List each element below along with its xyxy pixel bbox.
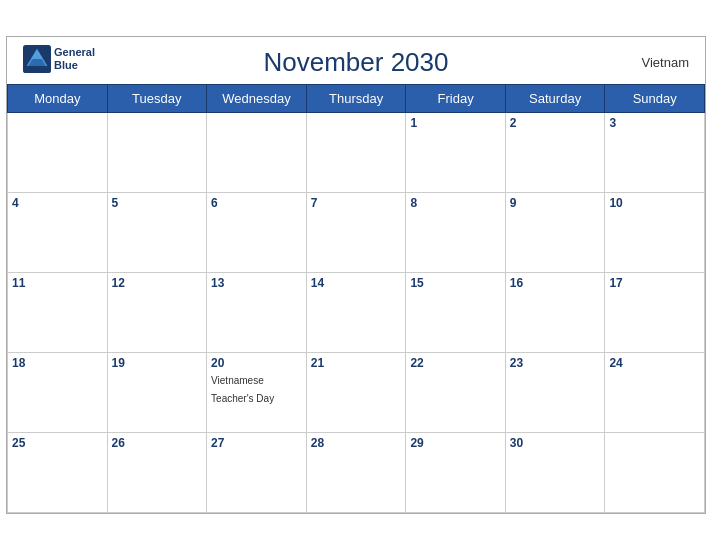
day-number: 29 [410, 436, 500, 450]
col-thursday: Thursday [306, 85, 406, 113]
day-number: 24 [609, 356, 700, 370]
day-number: 3 [609, 116, 700, 130]
calendar-cell: 15 [406, 273, 505, 353]
logo-icon [23, 45, 51, 73]
calendar-cell: 25 [8, 433, 108, 513]
day-number: 4 [12, 196, 103, 210]
calendar-cell [207, 113, 307, 193]
day-number: 2 [510, 116, 601, 130]
day-number: 12 [112, 276, 203, 290]
col-wednesday: Wednesday [207, 85, 307, 113]
day-number: 1 [410, 116, 500, 130]
calendar-cell [107, 113, 207, 193]
logo-text-block: General Blue [54, 46, 95, 72]
logo-brand2: Blue [54, 59, 95, 72]
calendar-cell: 12 [107, 273, 207, 353]
calendar-cell: 11 [8, 273, 108, 353]
day-number: 14 [311, 276, 402, 290]
day-number: 22 [410, 356, 500, 370]
week-row-2: 45678910 [8, 193, 705, 273]
calendar-cell: 2 [505, 113, 605, 193]
calendar-cell: 9 [505, 193, 605, 273]
col-tuesday: Tuesday [107, 85, 207, 113]
day-number: 5 [112, 196, 203, 210]
calendar-cell [8, 113, 108, 193]
country-label: Vietnam [642, 55, 689, 70]
calendar-cell: 19 [107, 353, 207, 433]
calendar-cell: 20Vietnamese Teacher's Day [207, 353, 307, 433]
day-number: 30 [510, 436, 601, 450]
calendar-cell: 5 [107, 193, 207, 273]
calendar-cell: 6 [207, 193, 307, 273]
day-number: 18 [12, 356, 103, 370]
week-row-3: 11121314151617 [8, 273, 705, 353]
calendar-cell: 10 [605, 193, 705, 273]
day-number: 16 [510, 276, 601, 290]
calendar-header: General Blue November 2030 Vietnam [7, 37, 705, 84]
day-number: 20 [211, 356, 302, 370]
event-label: Vietnamese Teacher's Day [211, 375, 274, 404]
calendar-cell [306, 113, 406, 193]
calendar-cell: 24 [605, 353, 705, 433]
calendar-container: General Blue November 2030 Vietnam Monda… [6, 36, 706, 514]
day-number: 13 [211, 276, 302, 290]
logo: General Blue [23, 45, 95, 73]
week-row-1: 123 [8, 113, 705, 193]
day-number: 10 [609, 196, 700, 210]
calendar-cell: 17 [605, 273, 705, 353]
day-number: 11 [12, 276, 103, 290]
day-number: 17 [609, 276, 700, 290]
day-number: 26 [112, 436, 203, 450]
day-number: 23 [510, 356, 601, 370]
calendar-cell: 3 [605, 113, 705, 193]
day-number: 25 [12, 436, 103, 450]
calendar-cell: 29 [406, 433, 505, 513]
day-number: 27 [211, 436, 302, 450]
day-number: 15 [410, 276, 500, 290]
calendar-cell: 13 [207, 273, 307, 353]
col-monday: Monday [8, 85, 108, 113]
day-number: 6 [211, 196, 302, 210]
calendar-cell: 14 [306, 273, 406, 353]
calendar-cell: 26 [107, 433, 207, 513]
calendar-cell: 16 [505, 273, 605, 353]
calendar-cell: 28 [306, 433, 406, 513]
month-title: November 2030 [264, 47, 449, 78]
day-number: 7 [311, 196, 402, 210]
week-row-5: 252627282930 [8, 433, 705, 513]
col-sunday: Sunday [605, 85, 705, 113]
calendar-cell: 30 [505, 433, 605, 513]
day-number: 21 [311, 356, 402, 370]
calendar-cell: 23 [505, 353, 605, 433]
calendar-cell [605, 433, 705, 513]
calendar-cell: 4 [8, 193, 108, 273]
calendar-cell: 22 [406, 353, 505, 433]
calendar-cell: 8 [406, 193, 505, 273]
day-number: 19 [112, 356, 203, 370]
header-row: Monday Tuesday Wednesday Thursday Friday… [8, 85, 705, 113]
day-number: 9 [510, 196, 601, 210]
calendar-cell: 21 [306, 353, 406, 433]
day-number: 28 [311, 436, 402, 450]
calendar-cell: 1 [406, 113, 505, 193]
col-saturday: Saturday [505, 85, 605, 113]
calendar-cell: 18 [8, 353, 108, 433]
calendar-cell: 7 [306, 193, 406, 273]
week-row-4: 181920Vietnamese Teacher's Day21222324 [8, 353, 705, 433]
calendar-cell: 27 [207, 433, 307, 513]
day-number: 8 [410, 196, 500, 210]
calendar-grid: Monday Tuesday Wednesday Thursday Friday… [7, 84, 705, 513]
logo-brand: General [54, 46, 95, 59]
col-friday: Friday [406, 85, 505, 113]
